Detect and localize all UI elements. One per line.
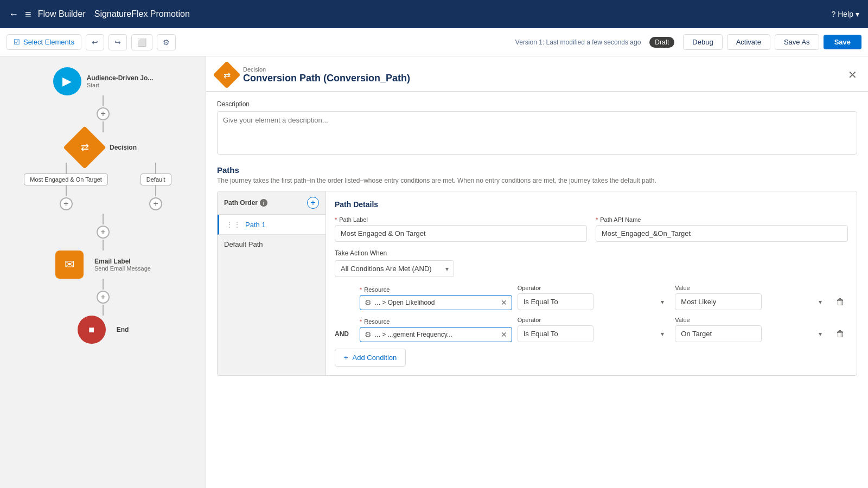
start-node-label: Audience-Driven Jo... (87, 74, 154, 82)
app-header: ← ≡ Flow Builder SignatureFlex Promotion… (0, 0, 868, 28)
page-title: SignatureFlex Promotion (94, 9, 190, 19)
email-node-label: Email Label (94, 258, 151, 265)
condition-2-operator-select[interactable]: Is Equal To (518, 325, 593, 342)
undo-button[interactable]: ↩ (86, 34, 104, 50)
add-node-branch1[interactable]: + (60, 197, 73, 210)
conditions-area: * Resource ⚙ ... > Open Likelihood ✕ (335, 285, 848, 367)
paths-desc: The journey takes the first path–in the … (217, 177, 857, 184)
path-label-input[interactable] (335, 225, 587, 242)
condition-2-resource-group: * Resource ⚙ ... > ...gement Frequency..… (360, 318, 512, 342)
required-star-2: * (596, 216, 598, 223)
end-node[interactable]: ■ (78, 316, 106, 344)
required-star-4: * (360, 318, 362, 325)
condition-1-spacer (335, 306, 354, 310)
activate-button[interactable]: Activate (727, 34, 770, 50)
paths-section: Paths The journey takes the first path–i… (217, 165, 857, 376)
branch-2-connector2 (155, 185, 156, 196)
save-as-button[interactable]: Save As (775, 34, 819, 50)
path-order-header: Path Order i + (218, 191, 326, 215)
add-node-3[interactable]: + (97, 226, 110, 239)
path-1-item[interactable]: ⋮⋮ Path 1 (218, 215, 326, 235)
debug-button[interactable]: Debug (683, 34, 722, 50)
condition-1-operator-label: Operator (518, 285, 670, 291)
toolbar: ☑ Select Elements ↩ ↪ ⬜ ⚙ Version 1: Las… (0, 28, 868, 56)
branch-1: Most Engaged & On Target + (24, 163, 108, 211)
path-api-name-field: * Path API Name (596, 216, 848, 242)
back-button[interactable]: ← (9, 9, 18, 20)
end-node-row: ■ End (11, 316, 195, 344)
app-name: Flow Builder (38, 9, 86, 19)
help-section[interactable]: ? Help ▾ (831, 10, 859, 18)
add-node-4[interactable]: + (97, 291, 110, 304)
path-order-title: Path Order i (224, 199, 267, 207)
add-node-branch2[interactable]: + (149, 197, 162, 210)
add-condition-plus-icon: + (344, 354, 348, 362)
add-node-1[interactable]: + (97, 107, 110, 120)
condition-1-clear-button[interactable]: ✕ (501, 298, 507, 307)
branch-1-connector2 (66, 185, 67, 196)
operator-1-chevron-icon: ▾ (661, 298, 664, 306)
drag-handle-icon: ⋮⋮ (226, 220, 241, 229)
connector-5 (103, 279, 104, 290)
end-node-label: End (117, 326, 129, 333)
flow-nodes: ▶ Audience-Driven Jo... Start + ⇄ (11, 67, 195, 344)
path-api-name-input[interactable] (596, 225, 848, 242)
path-order-info-icon[interactable]: i (260, 199, 267, 207)
condition-2-value-wrap: On Target ▾ (675, 325, 827, 342)
email-node-row: ✉ Email Label Send Email Message + (11, 251, 195, 316)
start-node[interactable]: ▶ (53, 67, 81, 95)
branch-1-label: Most Engaged & On Target (24, 174, 108, 185)
condition-1-resource-group: * Resource ⚙ ... > Open Likelihood ✕ (360, 286, 512, 310)
required-star-1: * (335, 216, 337, 223)
add-condition-button[interactable]: + Add Condition (335, 349, 406, 367)
end-node-group: ■ End (78, 316, 129, 344)
description-textarea[interactable] (217, 111, 857, 155)
condition-2-value-group: Value On Target ▾ (675, 317, 827, 342)
condition-2-clear-button[interactable]: ✕ (501, 330, 507, 339)
panel-subtitle: Decision (243, 66, 841, 73)
paths-title: Paths (217, 165, 857, 175)
add-path-button[interactable]: + (307, 197, 319, 209)
save-button[interactable]: Save (824, 35, 861, 49)
select-elements-button[interactable]: ☑ Select Elements (7, 34, 81, 50)
start-node-text: Audience-Driven Jo... Start (87, 74, 154, 88)
default-path-label: Default Path (224, 240, 263, 248)
take-action-select[interactable]: All Conditions Are Met (AND) (335, 260, 454, 277)
condition-1-resource-text: ... > Open Likelihood (375, 299, 497, 306)
condition-1-value-select[interactable]: Most Likely (675, 293, 762, 310)
condition-1-resource-input[interactable]: ⚙ ... > Open Likelihood ✕ (360, 295, 512, 310)
condition-2-resource-input[interactable]: ⚙ ... > ...gement Frequency... ✕ (360, 327, 512, 342)
add-condition-label: Add Condition (353, 354, 397, 362)
flow-canvas[interactable]: ▶ Audience-Driven Jo... Start + ⇄ (0, 56, 206, 488)
condition-2-operator-group: Operator Is Equal To ▾ (518, 317, 670, 342)
redo-button[interactable]: ↪ (108, 34, 127, 50)
condition-1-operator-wrap: Is Equal To ▾ (518, 293, 670, 310)
resource-2-icon: ⚙ (365, 330, 372, 339)
email-node-sublabel: Send Email Message (94, 265, 151, 272)
decision-icon: ⇄ (213, 61, 241, 89)
version-text: Version 1: Last modified a few seconds a… (515, 38, 641, 46)
branch-2-label: Default (141, 174, 171, 185)
flow-icon: ≡ (25, 8, 31, 21)
default-path-item[interactable]: Default Path (218, 235, 326, 254)
condition-2-value-select[interactable]: On Target (675, 325, 762, 342)
condition-2-value-label: Value (675, 317, 827, 323)
branch-2-connector (155, 163, 156, 174)
path-label-field: * Path Label (335, 216, 587, 242)
path-1-label: Path 1 (245, 221, 266, 229)
email-node-group: ✉ Email Label Send Email Message (55, 251, 151, 279)
condition-2-operator-label: Operator (518, 317, 670, 323)
help-question-icon: ? (831, 10, 835, 18)
path-label-label: * Path Label (335, 216, 587, 223)
condition-2-delete-button[interactable]: 🗑 (833, 326, 848, 342)
condition-1-delete-button[interactable]: 🗑 (833, 294, 848, 310)
template-button[interactable]: ⬜ (131, 34, 152, 50)
condition-1-value-group: Value Most Likely ▾ (675, 285, 827, 310)
condition-1-operator-select[interactable]: Is Equal To (518, 293, 593, 310)
connector-4 (103, 240, 104, 251)
panel-header: ⇄ Decision Conversion Path (Conversion_P… (206, 56, 868, 92)
condition-1-value-label: Value (675, 285, 827, 291)
email-node[interactable]: ✉ (55, 251, 84, 279)
settings-button[interactable]: ⚙ (157, 34, 176, 50)
panel-close-button[interactable]: ✕ (848, 68, 857, 81)
